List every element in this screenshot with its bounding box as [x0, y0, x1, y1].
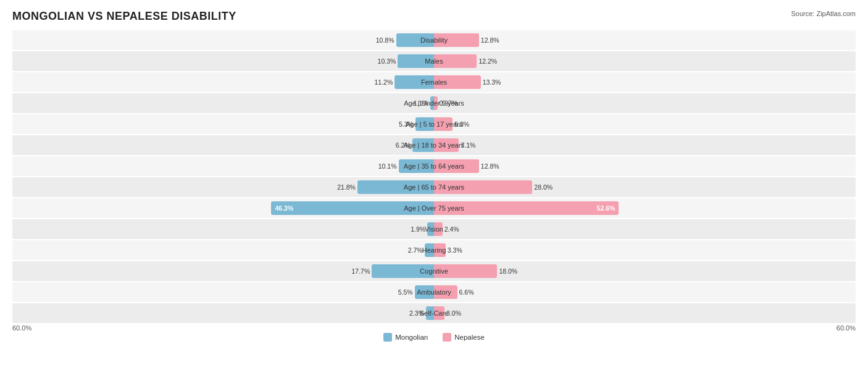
- chart-source: Source: ZipAtlas.com: [791, 10, 856, 17]
- legend-mongolian-label: Mongolian: [395, 334, 428, 341]
- val-inside-right: 52.6%: [597, 204, 616, 212]
- bar-row: 5.3% Age | 5 to 17 years 5.3%: [12, 114, 856, 134]
- right-side: 6.6%: [434, 282, 856, 302]
- val-left: 10.1%: [378, 162, 397, 170]
- bar-row: 46.3% Age | Over 75 years 52.6%: [12, 198, 856, 218]
- bar-inner: 1.1% Age | Under 5 years 0.97%: [12, 93, 856, 113]
- bar-inner: 21.8% Age | 65 to 74 years 28.0%: [12, 177, 856, 197]
- right-side: 3.3%: [434, 240, 856, 260]
- val-left: 11.2%: [374, 78, 393, 86]
- val-right: 12.2%: [478, 57, 497, 65]
- val-left: 17.7%: [351, 267, 370, 275]
- left-side: 11.2%: [12, 72, 434, 92]
- bar-inner: 10.1% Age | 35 to 64 years 12.8%: [12, 156, 856, 176]
- left-side: 21.8%: [12, 177, 434, 197]
- val-right: 2.4%: [444, 225, 459, 233]
- val-left: 5.5%: [398, 288, 413, 296]
- left-side: 10.1%: [12, 156, 434, 176]
- bar-label: Age | 5 to 17 years: [406, 120, 462, 128]
- val-right: 13.3%: [483, 78, 501, 86]
- axis-row: 60.0% 60.0%: [12, 324, 856, 332]
- bar-inner: 2.3% Self-Care 3.0%: [12, 303, 856, 323]
- val-left: 10.3%: [378, 57, 396, 65]
- bar-label: Ambulatory: [417, 288, 451, 296]
- legend: Mongolian Nepalese: [12, 333, 856, 342]
- left-side: 6.2%: [12, 135, 434, 155]
- chart-title: MONGOLIAN VS NEPALESE DISABILITY: [12, 10, 236, 23]
- val-right: 12.8%: [481, 36, 499, 44]
- bar-label: Hearing: [422, 246, 446, 254]
- legend-box-nepalese: [443, 333, 451, 342]
- bar-row: 10.8% Disability 12.8%: [12, 30, 856, 50]
- left-side: 1.9%: [12, 219, 434, 239]
- chart-area: 10.8% Disability 12.8% 10.3% Males 12.2%: [12, 30, 856, 323]
- right-side: 12.2%: [434, 51, 856, 71]
- bar-row: 1.9% Vision 2.4%: [12, 219, 856, 239]
- bar-label: Self-Care: [420, 309, 448, 317]
- bar-row: 10.1% Age | 35 to 64 years 12.8%: [12, 156, 856, 176]
- val-left: 1.9%: [411, 225, 425, 233]
- right-side: 3.0%: [434, 303, 856, 323]
- bar-row: 5.5% Ambulatory 6.6%: [12, 282, 856, 302]
- legend-mongolian: Mongolian: [383, 333, 428, 342]
- legend-box-mongolian: [383, 333, 392, 342]
- bar-label: Age | 65 to 74 years: [404, 183, 464, 191]
- val-left: 21.8%: [337, 183, 356, 191]
- bar-inner: 5.5% Ambulatory 6.6%: [12, 282, 856, 302]
- bar-label: Age | 18 to 34 years: [404, 141, 464, 149]
- right-side: 12.8%: [434, 30, 856, 50]
- bar-inner: 10.8% Disability 12.8%: [12, 30, 856, 50]
- right-side: 28.0%: [434, 177, 856, 197]
- bar-row: 17.7% Cognitive 18.0%: [12, 261, 856, 281]
- bar-label: Age | Under 5 years: [404, 99, 464, 107]
- bar-label: Cognitive: [420, 267, 448, 275]
- chart-header: MONGOLIAN VS NEPALESE DISABILITY Source:…: [12, 10, 856, 23]
- bar-row: 2.3% Self-Care 3.0%: [12, 303, 856, 323]
- bar-inner: 1.9% Vision 2.4%: [12, 219, 856, 239]
- bar-row: 21.8% Age | 65 to 74 years 28.0%: [12, 177, 856, 197]
- bar-row: 10.3% Males 12.2%: [12, 51, 856, 71]
- right-side: 18.0%: [434, 261, 856, 281]
- bar-label: Age | Over 75 years: [404, 204, 464, 212]
- val-inside-left: 46.3%: [275, 204, 293, 212]
- right-side: 7.1%: [434, 135, 856, 155]
- legend-nepalese: Nepalese: [443, 333, 485, 342]
- bar-row: 2.7% Hearing 3.3%: [12, 240, 856, 260]
- bar-row: 6.2% Age | 18 to 34 years 7.1%: [12, 135, 856, 155]
- left-side: 46.3%: [12, 198, 434, 218]
- chart-container: MONGOLIAN VS NEPALESE DISABILITY Source:…: [0, 0, 868, 348]
- left-side: 10.3%: [12, 51, 434, 71]
- left-side: 5.5%: [12, 282, 434, 302]
- right-side: 12.8%: [434, 156, 856, 176]
- bar-inner: 17.7% Cognitive 18.0%: [12, 261, 856, 281]
- bar-inner: 5.3% Age | 5 to 17 years 5.3%: [12, 114, 856, 134]
- legend-nepalese-label: Nepalese: [454, 334, 485, 341]
- bar-inner: 11.2% Females 13.3%: [12, 72, 856, 92]
- bar-inner: 6.2% Age | 18 to 34 years 7.1%: [12, 135, 856, 155]
- bar-label: Vision: [425, 225, 443, 233]
- bar-inner: 46.3% Age | Over 75 years 52.6%: [12, 198, 856, 218]
- val-left: 2.7%: [408, 246, 423, 254]
- right-side: 5.3%: [434, 114, 856, 134]
- bar-row: 11.2% Females 13.3%: [12, 72, 856, 92]
- bar-label: Females: [421, 78, 447, 86]
- left-side: 5.3%: [12, 114, 434, 134]
- left-side: 2.7%: [12, 240, 434, 260]
- val-right: 12.8%: [481, 162, 499, 170]
- val-left: 10.8%: [376, 36, 394, 44]
- val-right: 28.0%: [534, 183, 553, 191]
- axis-left-label: 60.0%: [12, 324, 31, 332]
- bar-inner: 10.3% Males 12.2%: [12, 51, 856, 71]
- bar-inner: 2.7% Hearing 3.3%: [12, 240, 856, 260]
- val-right: 3.3%: [448, 246, 462, 254]
- left-side: 17.7%: [12, 261, 434, 281]
- left-side: 2.3%: [12, 303, 434, 323]
- right-side: 2.4%: [434, 219, 856, 239]
- val-right: 3.0%: [446, 309, 461, 317]
- bar-label: Disability: [420, 36, 448, 44]
- val-right: 6.6%: [459, 288, 474, 296]
- left-side: 10.8%: [12, 30, 434, 50]
- right-side: 13.3%: [434, 72, 856, 92]
- bar-label: Males: [425, 57, 443, 65]
- bar-label: Age | 35 to 64 years: [404, 162, 464, 170]
